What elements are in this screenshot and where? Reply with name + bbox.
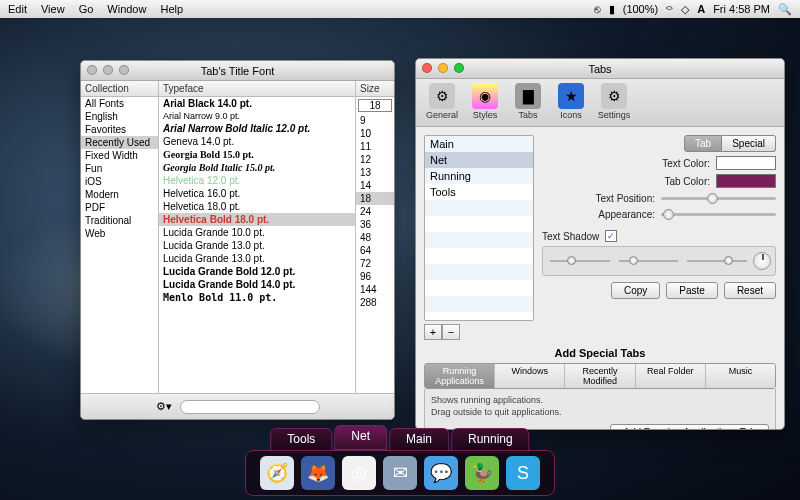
typeface-row[interactable]: Georgia Bold Italic 15.0 pt. bbox=[159, 161, 355, 174]
toolbar-styles[interactable]: ◉Styles bbox=[465, 83, 505, 120]
toolbar-tabs[interactable]: ▇Tabs bbox=[508, 83, 548, 120]
dock-adium-icon[interactable]: 🦆 bbox=[465, 456, 499, 490]
typeface-row[interactable]: Lucida Grande 13.0 pt. bbox=[159, 252, 355, 265]
special-tab[interactable]: Real Folder bbox=[636, 364, 706, 388]
typeface-row[interactable]: Arial Narrow 9.0 pt. bbox=[159, 110, 355, 122]
size-row[interactable]: 14 bbox=[356, 179, 394, 192]
collection-row[interactable]: Recently Used bbox=[81, 136, 158, 149]
menu-view[interactable]: View bbox=[41, 3, 65, 15]
typeface-row[interactable]: Menlo Bold 11.0 pt. bbox=[159, 291, 355, 304]
toolbar-icons[interactable]: ★Icons bbox=[551, 83, 591, 120]
collection-row[interactable]: iOS bbox=[81, 175, 158, 188]
size-input[interactable]: 18 bbox=[358, 99, 392, 112]
tab-source-list[interactable]: MainNetRunningTools bbox=[424, 135, 534, 321]
special-tab[interactable]: Windows bbox=[495, 364, 565, 388]
size-row[interactable]: 13 bbox=[356, 166, 394, 179]
size-row[interactable]: 12 bbox=[356, 153, 394, 166]
menu-window[interactable]: Window bbox=[107, 3, 146, 15]
a-icon[interactable]: A bbox=[697, 3, 705, 15]
collection-row[interactable]: Fun bbox=[81, 162, 158, 175]
dock-firefox-icon[interactable]: 🦊 bbox=[301, 456, 335, 490]
menu-help[interactable]: Help bbox=[160, 3, 183, 15]
menu-edit[interactable]: Edit bbox=[8, 3, 27, 15]
typeface-row[interactable]: Lucida Grande 13.0 pt. bbox=[159, 239, 355, 252]
dock-skype-icon[interactable]: S bbox=[506, 456, 540, 490]
dock-chrome-icon[interactable]: ◎ bbox=[342, 456, 376, 490]
shadow-slider-3[interactable] bbox=[684, 254, 750, 268]
collection-row[interactable]: PDF bbox=[81, 201, 158, 214]
remove-tab-button[interactable]: − bbox=[442, 324, 460, 340]
typeface-row[interactable]: Arial Black 14.0 pt. bbox=[159, 97, 355, 110]
appearance-slider[interactable] bbox=[661, 208, 776, 220]
shadow-slider-1[interactable] bbox=[547, 254, 613, 268]
typeface-row[interactable]: Helvetica 16.0 pt. bbox=[159, 187, 355, 200]
shadow-angle-dial[interactable] bbox=[753, 252, 771, 270]
toolbar-general[interactable]: ⚙General bbox=[422, 83, 462, 120]
font-panel-titlebar[interactable]: Tab's Title Font bbox=[81, 61, 394, 81]
tab-list-row[interactable]: Running bbox=[425, 168, 533, 184]
special-tab[interactable]: Recently Modified bbox=[565, 364, 635, 388]
dock-ichat-icon[interactable]: 💬 bbox=[424, 456, 458, 490]
collection-row[interactable]: Web bbox=[81, 227, 158, 240]
zoom-icon[interactable] bbox=[119, 65, 129, 75]
segment-special[interactable]: Special bbox=[722, 135, 776, 152]
collection-row[interactable]: English bbox=[81, 110, 158, 123]
collection-row[interactable]: Favorites bbox=[81, 123, 158, 136]
typeface-row[interactable]: Helvetica Bold 18.0 pt. bbox=[159, 213, 355, 226]
size-row[interactable]: 64 bbox=[356, 244, 394, 257]
tab-color-well[interactable] bbox=[716, 174, 776, 188]
copy-button[interactable]: Copy bbox=[611, 282, 660, 299]
size-row[interactable]: 144 bbox=[356, 283, 394, 296]
tabs-titlebar[interactable]: Tabs bbox=[416, 59, 784, 79]
menu-extra-icon[interactable]: ⎋ bbox=[594, 3, 601, 15]
tab-list-row[interactable]: Net bbox=[425, 152, 533, 168]
typeface-row[interactable]: Arial Narrow Bold Italic 12.0 pt. bbox=[159, 122, 355, 135]
size-row[interactable]: 18 bbox=[356, 192, 394, 205]
size-row[interactable]: 11 bbox=[356, 140, 394, 153]
close-icon[interactable] bbox=[422, 63, 432, 73]
collection-row[interactable]: All Fonts bbox=[81, 97, 158, 110]
collection-row[interactable]: Traditional bbox=[81, 214, 158, 227]
zoom-icon[interactable] bbox=[454, 63, 464, 73]
spotlight-icon[interactable]: 🔍 bbox=[778, 3, 792, 16]
text-color-well[interactable] bbox=[716, 156, 776, 170]
add-running-apps-button[interactable]: Add Running Applications Tab bbox=[610, 424, 769, 430]
shadow-slider-2[interactable] bbox=[616, 254, 682, 268]
dock-mail-icon[interactable]: ✉︎ bbox=[383, 456, 417, 490]
close-icon[interactable] bbox=[87, 65, 97, 75]
typeface-row[interactable]: Lucida Grande Bold 12.0 pt. bbox=[159, 265, 355, 278]
typeface-row[interactable]: Lucida Grande 10.0 pt. bbox=[159, 226, 355, 239]
dock-safari-icon[interactable]: 🧭 bbox=[260, 456, 294, 490]
text-shadow-checkbox[interactable]: ✓ bbox=[605, 230, 617, 242]
reset-button[interactable]: Reset bbox=[724, 282, 776, 299]
size-row[interactable]: 72 bbox=[356, 257, 394, 270]
tab-list-row[interactable]: Main bbox=[425, 136, 533, 152]
typeface-row[interactable]: Lucida Grande Bold 14.0 pt. bbox=[159, 278, 355, 291]
wifi-icon[interactable]: ◇ bbox=[681, 3, 689, 16]
collection-row[interactable]: Fixed Width bbox=[81, 149, 158, 162]
special-tab[interactable]: Music bbox=[706, 364, 775, 388]
size-row[interactable]: 9 bbox=[356, 114, 394, 127]
toolbar-settings[interactable]: ⚙Settings bbox=[594, 83, 634, 120]
minimize-icon[interactable] bbox=[438, 63, 448, 73]
size-row[interactable]: 48 bbox=[356, 231, 394, 244]
action-menu-icon[interactable]: ⚙▾ bbox=[156, 400, 172, 413]
size-row[interactable]: 96 bbox=[356, 270, 394, 283]
collection-row[interactable]: Modern bbox=[81, 188, 158, 201]
menu-go[interactable]: Go bbox=[79, 3, 94, 15]
special-tab[interactable]: Running Applications bbox=[425, 364, 495, 388]
tab-list-row[interactable]: Tools bbox=[425, 184, 533, 200]
search-input[interactable] bbox=[180, 400, 320, 414]
add-tab-button[interactable]: + bbox=[424, 324, 442, 340]
battery-icon[interactable]: ▮ bbox=[609, 3, 615, 16]
typeface-row[interactable]: Geneva 14.0 pt. bbox=[159, 135, 355, 148]
airport-icon[interactable]: ⌔ bbox=[666, 3, 673, 15]
size-row[interactable]: 10 bbox=[356, 127, 394, 140]
text-position-slider[interactable] bbox=[661, 192, 776, 204]
typeface-row[interactable]: Helvetica 12.0 pt. bbox=[159, 174, 355, 187]
dock-tab-net[interactable]: Net bbox=[334, 425, 387, 450]
typeface-row[interactable]: Georgia Bold 15.0 pt. bbox=[159, 148, 355, 161]
size-row[interactable]: 36 bbox=[356, 218, 394, 231]
paste-button[interactable]: Paste bbox=[666, 282, 718, 299]
size-row[interactable]: 24 bbox=[356, 205, 394, 218]
